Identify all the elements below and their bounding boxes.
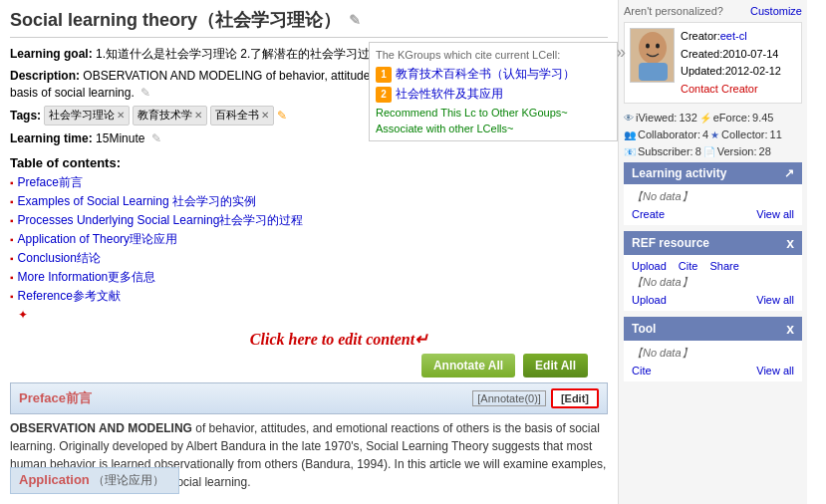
eforce-value: 9.45 [752, 112, 773, 124]
preface-annotate-link[interactable]: [Annotate(0)] [472, 390, 546, 406]
toc-title: Table of contents: [10, 155, 608, 170]
stat-viewed: 👁 iViewed: 132 [624, 112, 697, 124]
ref-resource-close[interactable]: x [786, 235, 794, 251]
kgroups-associate-link[interactable]: Associate with other LCells~ [376, 123, 611, 134]
ref-resource-header: REF resource x [624, 231, 802, 255]
sidebar-personalize-header: Aren't personalized? Customize [624, 5, 802, 17]
toc-link-0[interactable]: Preface前言 [18, 174, 83, 191]
learning-activity-body: 【No data】 Create View all [624, 184, 802, 225]
svg-point-3 [656, 44, 660, 49]
toc-item-2: ▪Processes Underlying Social Learning社会学… [10, 212, 608, 229]
learning-activity-panel: Learning activity ↗ 【No data】 Create Vie… [624, 162, 802, 225]
toc-bullet-0: ▪ [10, 177, 14, 188]
tags-edit-icon[interactable]: ✎ [277, 108, 287, 125]
learning-activity-view-all-link[interactable]: View all [756, 208, 794, 220]
tool-actions: Cite View all [632, 365, 794, 377]
toc-link-3[interactable]: Application of Theory理论应用 [18, 231, 178, 248]
svg-rect-4 [639, 63, 668, 81]
personalize-text: Aren't personalized? [624, 5, 723, 17]
learning-time-value: 15Minute [96, 131, 144, 145]
ref-no-data: 【No data】 [632, 275, 794, 290]
ref-upload-link[interactable]: Upload [632, 260, 667, 272]
toc-bullet-3: ▪ [10, 234, 14, 245]
toc-item-0: ▪Preface前言 [10, 174, 608, 191]
creator-label: Creator: [681, 30, 720, 42]
title-edit-icon[interactable]: ✎ [349, 12, 361, 28]
collab-label: Collaborator: [638, 128, 700, 140]
tool-cite-link[interactable]: Cite [632, 365, 652, 377]
svg-point-2 [646, 44, 650, 49]
learning-goal-value: 1.知道什么是社会学习理论 2.了解潜在的社会学习过程 [96, 47, 382, 61]
learning-activity-no-data: 【No data】 [632, 189, 794, 204]
preface-bold: OBSERVATION AND MODELING [10, 421, 192, 435]
sub-value: 8 [695, 145, 701, 157]
viewed-label: iViewed: [636, 112, 677, 124]
edit-all-button[interactable]: Edit All [523, 354, 588, 378]
description-edit-icon[interactable]: ✎ [140, 86, 150, 100]
click-edit-message: Click here to edit content↵ [70, 330, 608, 349]
collab-value: 4 [702, 128, 708, 140]
ref-view-all-link[interactable]: View all [756, 294, 794, 306]
toc-link-2[interactable]: Processes Underlying Social Learning社会学习… [18, 212, 304, 229]
preface-actions: [Annotate(0)] [Edit] [472, 388, 599, 408]
right-sidebar: Aren't personalized? Customize Creator:e… [618, 0, 807, 504]
toc-item-3: ▪Application of Theory理论应用 [10, 231, 608, 248]
application-label: Application [19, 472, 90, 487]
application-section: Application （理论应用） [10, 467, 179, 494]
creator-name[interactable]: eet-cl [720, 30, 747, 42]
sub-label: Subscriber: [638, 145, 693, 157]
page-title-bar: Social learning theory（社会学习理论） ✎ [10, 8, 608, 38]
created-date: 2010-07-14 [722, 48, 778, 60]
ref-upload2-link[interactable]: Upload [632, 294, 667, 306]
stats-row-3: 📧 Subscriber: 8 📄 Version: 28 [624, 145, 802, 157]
toc-item-6: ▪Reference参考文献 [10, 288, 608, 305]
created-label: Created: [681, 48, 722, 60]
kgroup-item-1: 2 社会性软件及其应用 [376, 86, 611, 103]
ref-cite-link[interactable]: Cite [679, 260, 698, 272]
kgroup-link-1[interactable]: 社会性软件及其应用 [396, 86, 503, 103]
kgroups-title: The KGroups which cite current LCell: [376, 49, 611, 61]
stat-collab: 👥 Collaborator: 4 [624, 128, 708, 140]
toc-item-5: ▪More Information更多信息 [10, 269, 608, 286]
version-icon: 📄 [703, 146, 715, 157]
tag-2-remove[interactable]: ✕ [261, 109, 269, 123]
toc-link-1[interactable]: Examples of Social Learning 社会学习的实例 [18, 193, 256, 210]
learning-activity-title: Learning activity [632, 166, 726, 180]
creator-box: Creator:eet-cl Created:2010-07-14 Update… [624, 22, 802, 104]
tool-body: 【No data】 Cite View all [624, 341, 802, 381]
kgroup-num-1: 2 [376, 87, 392, 103]
ref-actions: Upload View all [632, 294, 794, 306]
toc-bullet-2: ▪ [10, 215, 14, 226]
learning-time-edit-icon[interactable]: ✎ [151, 131, 161, 145]
toc-bullet-5: ▪ [10, 272, 14, 283]
tool-view-all-link[interactable]: View all [756, 365, 794, 377]
tool-close[interactable]: x [786, 321, 794, 337]
learning-goal-label: Learning goal: [10, 47, 93, 61]
tag-0-remove[interactable]: ✕ [117, 109, 125, 123]
toc-bullet-4: ▪ [10, 253, 14, 264]
tool-no-data: 【No data】 [632, 346, 794, 361]
action-buttons-row: Annotate All Edit All [10, 354, 588, 378]
viewed-value: 132 [679, 112, 696, 124]
avatar [630, 28, 675, 83]
tag-2: 百科全书 ✕ [210, 106, 274, 125]
learning-activity-create-link[interactable]: Create [632, 208, 665, 220]
customize-link[interactable]: Customize [750, 5, 802, 17]
kgroup-link-0[interactable]: 教育技术百科全书（认知与学习） [396, 66, 575, 83]
contact-creator-link[interactable]: Contact Creator [681, 83, 758, 95]
annotate-all-button[interactable]: Annotate All [421, 354, 515, 378]
kgroups-recommend-link[interactable]: Recommend This Lc to Other KGoups~ [376, 107, 611, 119]
toc-link-4[interactable]: Conclusion结论 [18, 250, 101, 267]
toc-link-5[interactable]: More Information更多信息 [18, 269, 156, 286]
eforce-label: eForce: [713, 112, 750, 124]
learning-activity-chevron[interactable]: ↗ [784, 166, 794, 180]
toc-link-6[interactable]: Reference参考文献 [18, 288, 121, 305]
preface-edit-button[interactable]: [Edit] [551, 388, 599, 408]
stat-eforce: ⚡ eForce: 9.45 [699, 112, 774, 124]
toc-expand[interactable]: ✦ [18, 308, 608, 322]
learning-activity-header: Learning activity ↗ [624, 162, 802, 184]
tag-1-remove[interactable]: ✕ [194, 109, 202, 123]
description-label: Description: [10, 69, 80, 83]
tool-title: Tool [632, 322, 656, 336]
ref-share-link[interactable]: Share [709, 260, 738, 272]
